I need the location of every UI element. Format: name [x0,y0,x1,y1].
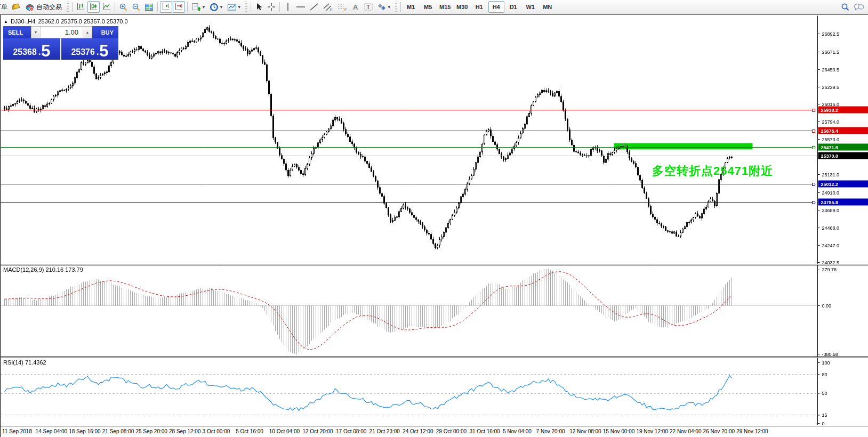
fibonacci-icon: F [337,3,348,12]
text-button[interactable]: A [350,1,361,13]
time-axis-label: 5 Nov 04:00 [503,428,532,434]
autotrading-label: 自动交易 [36,3,62,12]
add-indicator-button[interactable]: ▼ [190,1,207,13]
channel-button[interactable]: E [321,1,335,13]
timeframe-button-w1[interactable]: W1 [523,1,539,13]
sell-price-button[interactable]: 25368.5 [3,38,60,60]
text-label-button[interactable]: T [362,1,375,13]
search-button[interactable] [839,1,851,13]
line-chart-button[interactable] [100,1,112,13]
candlestick-chart-icon [89,3,98,11]
time-axis-label: 19 Nov 12:00 [636,428,668,434]
text-label-icon: T [364,3,373,11]
channel-icon: E [323,3,333,12]
candlestick-chart-button[interactable] [87,1,100,13]
cursor-button[interactable] [253,1,265,13]
time-axis-label: 24 Oct 12:00 [403,428,433,434]
dropdown-caret-icon: ▼ [387,5,391,10]
sell-price-big-digit: 5 [41,44,50,58]
dropdown-caret-icon: ▼ [237,5,242,10]
volume-spinner: ▼ ▲ [31,26,92,38]
time-axis-label: 11 Sep 2018 [2,428,32,434]
timeframe-button-h4[interactable]: H4 [488,1,504,13]
horizontal-line-button[interactable] [294,1,307,13]
volume-input[interactable] [41,27,83,38]
trendline-button[interactable] [308,1,320,13]
time-axis-label: 17 Oct 08:00 [336,428,366,434]
vertical-line-icon [285,3,291,11]
zoom-out-button[interactable] [130,1,142,13]
auto-scroll-icon [174,3,183,11]
volume-increase-button[interactable]: ▲ [83,27,92,38]
time-axis-label: 28 Sep 12:00 [169,428,201,434]
buy-button[interactable]: BUY [92,26,118,38]
time-axis-label: 18 Sep 16:00 [69,428,101,434]
timeframe-button-m5[interactable]: M5 [420,1,436,13]
add-indicator-icon [191,3,201,12]
search-icon [841,3,850,12]
crosshair-icon [267,3,276,11]
buy-price-button[interactable]: 25376.5 [61,38,118,60]
time-axis-label: 25 Sep 20:00 [135,428,167,434]
rsi-chart-canvas[interactable] [1,358,868,425]
dropdown-caret-icon: ▼ [202,5,206,10]
tile-windows-icon [144,3,154,11]
new-order-button[interactable]: 订单 [0,1,9,13]
template-icon [227,3,237,11]
chart-shift-button[interactable] [160,1,172,13]
chat-button[interactable] [852,1,866,13]
chart-title: ▲ DJ30-,H4 25362.0 25375.0 25357.0 25370… [4,18,128,25]
svg-text:T: T [366,4,369,10]
time-axis: 11 Sep 201814 Sep 04:0018 Sep 16:0021 Se… [1,426,868,437]
timeframe-button-mn[interactable]: MN [540,1,556,13]
timeframe-button-m15[interactable]: M15 [437,1,453,13]
toolbar-grip [245,2,247,12]
arrows-button[interactable]: ▼ [375,1,393,13]
timeframe-button-m1[interactable]: M1 [403,1,419,13]
timeframe-button-m30[interactable]: M30 [454,1,470,13]
toolbar-grip [67,2,69,12]
gold-button[interactable] [10,1,22,13]
vertical-line-button[interactable] [282,1,294,13]
time-axis-label: 12 Oct 20:00 [302,428,333,434]
auto-scroll-button[interactable] [173,1,185,13]
time-axis-label: 29 Oct 00:00 [436,428,467,434]
toolbar-grip [395,2,397,12]
time-axis-label: 7 Nov 20:00 [536,428,565,434]
fibonacci-button[interactable]: F [335,1,349,13]
buy-price-big-digit: 5 [99,44,108,58]
price-chart-canvas[interactable] [1,15,868,264]
sell-button[interactable]: SELL [3,26,31,38]
time-axis-label: 31 Oct 16:00 [469,428,500,434]
autotrading-button[interactable]: 自动交易 [23,1,65,13]
cursor-icon [255,3,263,11]
time-axis-label: 21 Sep 08:00 [102,428,134,434]
rsi-panel: RSI(14) 71.4362 [1,358,868,425]
periods-button[interactable]: ▼ [208,1,225,13]
macd-chart-canvas[interactable] [1,265,868,357]
zoom-out-icon [132,3,141,12]
main-toolbar: 订单 自动交易 ▼ ▼ ▼ [0,0,868,14]
sell-price-dot: . [38,48,41,56]
volume-decrease-button[interactable]: ▼ [31,27,41,38]
timeframe-button-h1[interactable]: H1 [471,1,487,13]
template-button[interactable]: ▼ [226,1,243,13]
macd-panel: MACD(12,26,9) 210.16 173.79 [1,265,868,357]
macd-label: MACD(12,26,9) 210.16 173.79 [3,266,83,273]
timeframe-button-d1[interactable]: D1 [505,1,521,13]
trendline-icon [309,3,319,11]
chart-shift-icon [162,3,171,11]
bar-chart-button[interactable] [75,1,87,13]
crosshair-button[interactable] [266,1,277,13]
svg-text:F: F [344,8,347,12]
time-axis-label: 21 Oct 23:00 [369,428,400,434]
tile-windows-button[interactable] [143,1,155,13]
time-axis-label: 22 Nov 04:00 [670,428,702,434]
chart-title-ohlc: 25362.0 25375.0 25357.0 25370.0 [38,18,127,25]
zoom-in-button[interactable] [117,1,130,13]
sell-price-main: 25368 [13,48,37,56]
periods-icon [210,3,219,12]
bar-chart-icon [76,3,85,11]
buy-price-dot: . [97,48,99,56]
time-axis-label: 29 Nov 12:00 [736,428,768,434]
